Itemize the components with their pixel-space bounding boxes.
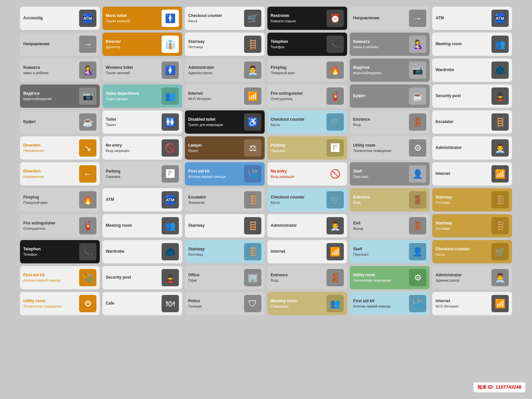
sign-escalator-1: Escalator🪜 (432, 110, 512, 134)
sign-main-label: Checkout counter (271, 117, 325, 122)
sign-entrance-2: EntranceВход🚪 (350, 188, 430, 211)
sign-icon-box: 🚹 (162, 10, 179, 27)
sign-utility-room-2: Utility roomТехническое помещение⚙ (20, 292, 100, 315)
sign-main-label: Meeting room (271, 299, 325, 304)
sign-text-area: DirectionНаправление (23, 143, 77, 153)
sign-text-area: No entryВход запрещён (271, 169, 325, 179)
sign-icon-box: 📶 (491, 295, 509, 312)
sign-exit: ExitВыход🚪 (350, 214, 430, 237)
sign-icon-box: 🚪 (327, 269, 344, 286)
sign-main-label: Parking (106, 169, 160, 174)
sign-icon-box: 👨‍💼 (244, 62, 261, 79)
sign-main-label: Utility room (23, 299, 77, 304)
sign-text-area: First aid kitАптечка первой помощи (353, 299, 407, 309)
sign-fireplug: FireplugПожарный кран🔥 (267, 59, 347, 82)
sign-icon-box: ☕ (409, 87, 426, 105)
sign-main-label: Mens toilet (106, 13, 160, 19)
sign-telephon-2: TelephonТелефон📞 (20, 240, 100, 263)
sign-text-area: EntranceВход (353, 195, 407, 205)
sign-parking-2: ParkingПарковка🅿 (102, 162, 182, 186)
sign-main-label: Cafe (106, 301, 160, 306)
sign-director: DirectorДиректор👔 (102, 33, 182, 56)
sign-sub-label: Касса (188, 19, 242, 23)
sign-text-area: Disabled toiletТуалет для инвалидов (188, 117, 242, 127)
sign-administrator-1: AdministratorАдминистратор👨‍💼 (185, 59, 265, 82)
sign-atm-1: ATM🏧 (432, 7, 512, 30)
sign-icon-box: ↘ (79, 139, 96, 157)
sign-icon-box: 📶 (327, 243, 344, 260)
sign-bufet: Буфет☕ (350, 84, 430, 108)
sign-main-label: Administrator (436, 273, 489, 278)
sign-icon-box: 📷 (79, 87, 96, 105)
sign-text-area: AdministratorАдминистратор (436, 273, 489, 283)
sign-text-area: StairwayЛестница (436, 221, 489, 231)
sign-direction-4: DirectionНаправление← (20, 162, 100, 186)
sign-disabled-toilet: Disabled toiletТуалет для инвалидов♿ (185, 110, 265, 134)
sign-icon-box: 🩺 (409, 295, 426, 312)
sign-sub-label: мамы и ребёнка (23, 71, 77, 75)
sign-main-label: Internet (188, 91, 242, 96)
sign-icon-box: 🚪 (409, 217, 426, 234)
sign-sub-label: Направление (23, 175, 77, 179)
sign-staff-2: StaffПерсонал👤 (350, 240, 430, 263)
sign-sub-label: Пожарный кран (271, 71, 325, 75)
sign-main-label: Utility room (353, 273, 407, 278)
sign-sub-label: Выход (353, 226, 407, 231)
sign-internet-2: Internet📶 (432, 162, 512, 186)
sign-main-label: Womens toilet (106, 65, 160, 70)
sign-text-area: ATM (106, 197, 160, 202)
sign-icon-box: 👤 (409, 165, 426, 183)
sign-sub-label: Туалет для инвалидов (188, 123, 242, 127)
sign-grid: Accountig🏧Mens toiletТуалет мужской🚹Chec… (20, 7, 512, 315)
sign-vedetsya-videonab: Ведётсявидеонаблюдение📷 (350, 59, 430, 82)
sign-text-area: Meeting room (106, 223, 160, 228)
sign-main-label: Restroom (271, 13, 325, 19)
sign-text-area: Internet (271, 249, 325, 254)
sign-icon-box: → (79, 36, 96, 53)
sign-sub-label: Вход запрещён (271, 175, 325, 179)
sign-icon-box: 📷 (409, 62, 426, 79)
sign-icon-box: 🧯 (327, 87, 344, 105)
sign-internet-3: Internet📶 (267, 240, 347, 263)
sign-fire-extinguisher-2: Fire extinguisherОгнетушитель🧯 (20, 214, 100, 237)
sign-stairway-1: StairwayЛестница🪜 (185, 33, 265, 56)
sign-text-area: TelephonТелефон (271, 39, 325, 50)
sign-main-label: Комната (353, 39, 407, 45)
sign-cafe: Cafe🍽 (102, 292, 182, 315)
sign-text-area: ExitВыход (353, 221, 407, 231)
sign-text-area: Utility roomТехническое помещение (353, 143, 407, 153)
sign-sub-label: Эскалатор (188, 200, 242, 205)
sign-main-label: Meeting room (436, 42, 489, 47)
sign-text-area: StairwayЛестница (188, 39, 242, 50)
sign-text-area: Fire extinguisherОгнетушитель (271, 91, 325, 101)
sign-text-area: Escalator (436, 119, 489, 125)
sign-text-area: Ведётсявидеонаблюдение (353, 65, 407, 75)
sign-restroom: RestroomКомната отдыха⏰ (267, 7, 347, 30)
sign-main-label: Stairway (188, 247, 242, 252)
sign-icon-box: 💂 (162, 269, 179, 286)
sign-main-label: Направление (353, 16, 407, 21)
sign-icon-box: 👔 (162, 36, 179, 53)
sign-first-aid-kit-1: First aid kitАптечка первой помощи🩺 (185, 162, 265, 186)
sign-main-label: Office (188, 273, 242, 278)
sign-no-entry-1: No entryВход запрещён🚫 (102, 136, 182, 160)
sign-sub-label: Вход (271, 278, 325, 283)
sign-wardrobe-2: Wardrobe🧥 (102, 240, 182, 263)
sign-main-label: Accountig (23, 16, 77, 21)
sign-text-area: ATM (436, 16, 489, 21)
sign-main-label: Telephon (271, 39, 325, 45)
sign-main-label: Utility room (353, 143, 407, 148)
sign-text-area: Cafe (106, 301, 160, 306)
sign-text-area: Буфет (23, 119, 77, 125)
sign-escalator-2: EscalatorЭскалатор🪜 (185, 188, 265, 211)
sign-main-label: Administrator (436, 145, 489, 151)
sign-sub-label: Офис (188, 278, 242, 283)
sign-icon-box: 🔥 (327, 62, 344, 79)
sign-text-area: PoliceПолиция (188, 299, 242, 309)
sign-text-area: ToiletТуалет (106, 117, 160, 127)
sign-sub-label: Огнетушитель (271, 97, 325, 101)
sign-main-label: Комната (23, 65, 77, 70)
sign-fire-extinguisher: Fire extinguisherОгнетушитель🧯 (267, 84, 347, 108)
sign-main-label: Internet (271, 249, 325, 254)
sign-checkout-counter-2: Checkout counterКасса🛒 (267, 110, 347, 134)
